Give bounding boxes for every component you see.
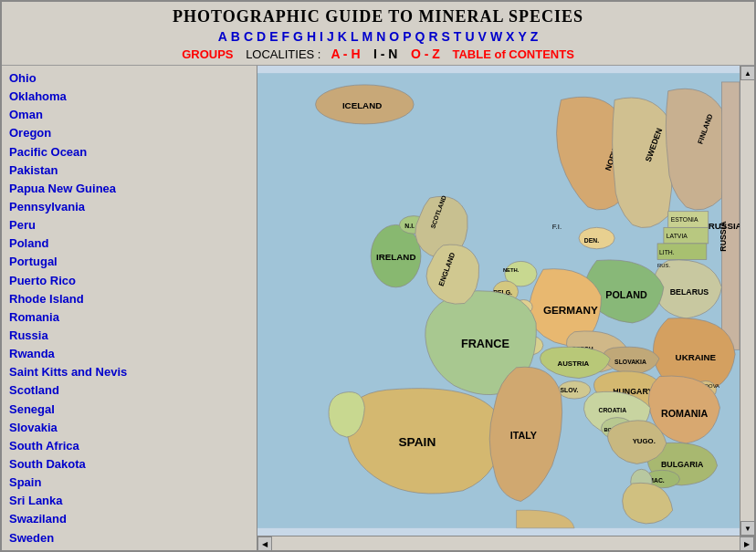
map-area: ICELAND NORWAY SWEDEN FINLAND RUSSIA [257, 66, 740, 536]
alpha-link-R[interactable]: R [428, 29, 437, 44]
svg-text:IRELAND: IRELAND [376, 253, 415, 263]
sidebar-item[interactable]: Puerto Rico [9, 272, 249, 290]
svg-text:ICELAND: ICELAND [342, 100, 382, 110]
alpha-link-X[interactable]: X [506, 29, 514, 44]
alpha-link-Q[interactable]: Q [415, 29, 425, 44]
svg-text:DEN.: DEN. [584, 237, 599, 244]
svg-text:N.I.: N.I. [404, 223, 415, 229]
svg-text:BULGARIA: BULGARIA [661, 460, 704, 469]
sidebar-item[interactable]: Sri Lanka [9, 492, 249, 510]
sidebar-item[interactable]: Switzerland [9, 547, 249, 550]
sidebar-item[interactable]: Rhode Island [9, 290, 249, 308]
sidebar-item[interactable]: Oregon [9, 124, 249, 142]
groups-link[interactable]: GROUPS [182, 47, 233, 61]
header: PHOTOGRAPHIC GUIDE TO MINERAL SPECIES AB… [2, 2, 754, 66]
sidebar-item[interactable]: Ohio [9, 69, 249, 88]
localities-in-link[interactable]: I - N [373, 47, 397, 61]
svg-text:SLOV.: SLOV. [560, 387, 578, 393]
sidebar-item[interactable]: Pennsylvania [9, 198, 249, 216]
svg-text:YUGO.: YUGO. [633, 437, 656, 445]
alpha-link-Z[interactable]: Z [530, 29, 539, 44]
sidebar-item[interactable]: Senegal [9, 401, 249, 419]
alpha-link-I[interactable]: I [320, 29, 323, 44]
svg-text:ROMANIA: ROMANIA [661, 408, 709, 419]
sidebar-item[interactable]: Pacific Ocean [9, 143, 249, 161]
localities-oz-link[interactable]: O - Z [411, 47, 440, 61]
svg-text:RUSSIA: RUSSIA [709, 221, 740, 231]
sidebar-item[interactable]: Russia [9, 327, 249, 345]
sidebar-item[interactable]: South Africa [9, 437, 249, 455]
scroll-left-btn[interactable]: ◀ [257, 536, 272, 550]
alpha-link-S[interactable]: S [442, 29, 450, 44]
localities-ah-link[interactable]: A - H [331, 47, 360, 61]
alpha-link-T[interactable]: T [454, 29, 462, 44]
svg-text:LITH.: LITH. [659, 249, 675, 255]
svg-text:CROATIA: CROATIA [599, 407, 627, 413]
map-wrapper: ICELAND NORWAY SWEDEN FINLAND RUSSIA [257, 66, 754, 550]
alpha-link-W[interactable]: W [490, 29, 502, 44]
alpha-link-D[interactable]: D [257, 29, 266, 44]
map-inner: ICELAND NORWAY SWEDEN FINLAND RUSSIA [257, 66, 754, 536]
alpha-link-U[interactable]: U [465, 29, 474, 44]
sidebar-item[interactable]: Pakistan [9, 161, 249, 180]
sidebar-item[interactable]: Scotland [9, 381, 249, 400]
svg-text:SLOVAKIA: SLOVAKIA [614, 359, 646, 365]
svg-text:ITALY: ITALY [510, 430, 537, 441]
sidebar-item[interactable]: Swaziland [9, 510, 249, 528]
scroll-track-h [272, 536, 740, 550]
svg-text:POLAND: POLAND [605, 289, 647, 300]
svg-text:NETH.: NETH. [503, 267, 520, 273]
alpha-link-Y[interactable]: Y [518, 29, 526, 44]
alpha-link-V[interactable]: V [478, 29, 487, 44]
svg-text:SPAIN: SPAIN [398, 435, 436, 449]
sidebar-item[interactable]: Romania [9, 308, 249, 327]
alpha-link-J[interactable]: J [327, 29, 334, 44]
europe-map: ICELAND NORWAY SWEDEN FINLAND RUSSIA [257, 66, 740, 536]
alpha-link-O[interactable]: O [389, 29, 399, 44]
sidebar-item[interactable]: Rwanda [9, 345, 249, 363]
sidebar-item[interactable]: South Dakota [9, 455, 249, 474]
alpha-link-N[interactable]: N [376, 29, 385, 44]
alpha-link-K[interactable]: K [338, 29, 347, 44]
map-vertical-scrollbar[interactable]: ▲ ▼ [740, 66, 754, 536]
svg-text:F.I.: F.I. [552, 223, 562, 231]
alpha-link-E[interactable]: E [269, 29, 278, 44]
sidebar-item[interactable]: Portugal [9, 253, 249, 271]
page-title: PHOTOGRAPHIC GUIDE TO MINERAL SPECIES [5, 7, 751, 26]
svg-text:LATVIA: LATVIA [667, 233, 688, 239]
sidebar-item[interactable]: Saint Kitts and Nevis [9, 363, 249, 381]
sidebar-item[interactable]: Poland [9, 234, 249, 253]
alpha-link-H[interactable]: H [307, 29, 316, 44]
svg-text:RUS.: RUS. [657, 263, 670, 268]
svg-text:UKRAINE: UKRAINE [676, 352, 717, 362]
map-horizontal-scrollbar[interactable]: ◀ ▶ [257, 536, 754, 550]
alpha-link-A[interactable]: A [218, 29, 227, 44]
sidebar[interactable]: OhioOklahomaOmanOregonPacific OceanPakis… [2, 66, 257, 550]
sidebar-item[interactable]: Oklahoma [9, 88, 249, 106]
sidebar-item[interactable]: Oman [9, 106, 249, 124]
alpha-link-L[interactable]: L [351, 29, 359, 44]
svg-text:FRANCE: FRANCE [461, 337, 509, 350]
svg-text:BELARUS: BELARUS [670, 287, 709, 297]
app: PHOTOGRAPHIC GUIDE TO MINERAL SPECIES AB… [0, 0, 756, 552]
scroll-down-btn[interactable]: ▼ [740, 521, 754, 536]
alpha-link-G[interactable]: G [293, 29, 303, 44]
main-content: OhioOklahomaOmanOregonPacific OceanPakis… [2, 66, 754, 550]
alpha-link-B[interactable]: B [231, 29, 240, 44]
toc-link[interactable]: TABLE of CONTENTS [452, 47, 573, 61]
localities-label: LOCALITIES : [246, 47, 320, 61]
scroll-track-v [740, 80, 754, 521]
sidebar-item[interactable]: Sweden [9, 529, 249, 547]
svg-rect-6 [721, 82, 740, 349]
svg-text:GERMANY: GERMANY [543, 304, 598, 316]
scroll-right-btn[interactable]: ▶ [740, 536, 754, 550]
alpha-link-M[interactable]: M [362, 29, 373, 44]
sidebar-item[interactable]: Peru [9, 216, 249, 234]
scroll-up-btn[interactable]: ▲ [740, 66, 754, 80]
sidebar-item[interactable]: Papua New Guinea [9, 180, 249, 198]
alpha-link-C[interactable]: C [244, 29, 253, 44]
sidebar-item[interactable]: Slovakia [9, 419, 249, 437]
alpha-link-F[interactable]: F [282, 29, 290, 44]
alpha-link-P[interactable]: P [403, 29, 411, 44]
sidebar-item[interactable]: Spain [9, 474, 249, 492]
